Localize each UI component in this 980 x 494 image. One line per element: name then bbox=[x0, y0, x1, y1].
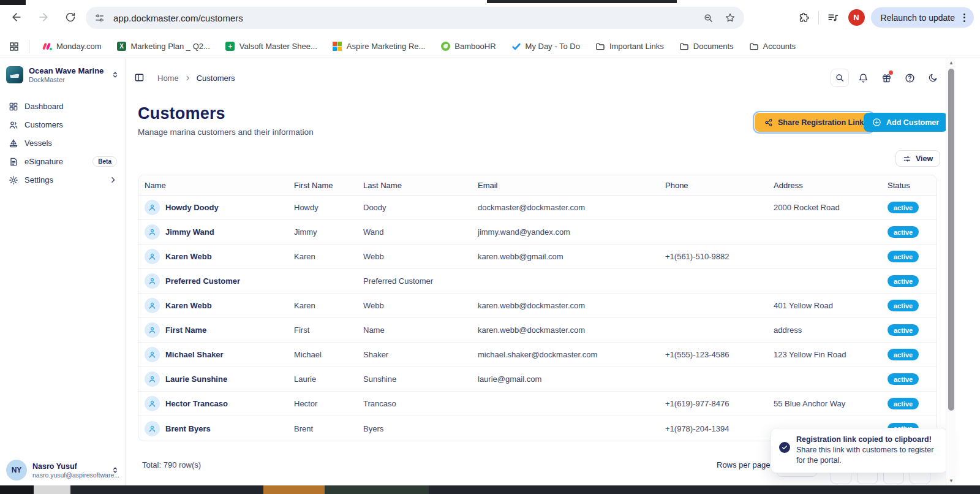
forward-arrow-icon bbox=[37, 11, 50, 23]
table-row[interactable]: Karen WebbKarenWebbkaren.webb@dockmaster… bbox=[138, 294, 937, 318]
extensions-icon[interactable] bbox=[795, 9, 813, 27]
breadcrumb: Home Customers bbox=[157, 74, 235, 83]
relaunch-button[interactable]: Relaunch to update bbox=[871, 7, 974, 28]
sidebar: Ocean Wave Marine DockMaster Dashboard C… bbox=[0, 58, 126, 485]
bookmark-bamboohr[interactable]: BambooHR bbox=[437, 40, 499, 53]
header-actions bbox=[831, 69, 942, 87]
bookmark-accounts[interactable]: Accounts bbox=[745, 40, 799, 53]
bookmark-monday[interactable]: Monday.com bbox=[39, 40, 105, 53]
toast-body: Share this link with customers to regist… bbox=[796, 445, 939, 466]
notifications-button[interactable] bbox=[854, 69, 872, 87]
forward-button[interactable] bbox=[34, 8, 53, 26]
table-row[interactable]: Jimmy WandJimmyWandjimmy.wand@yandex.com… bbox=[138, 220, 937, 245]
table-row[interactable]: Howdy DoodyHowdyDoodydockmaster@dockmast… bbox=[138, 196, 937, 220]
site-settings-icon[interactable] bbox=[94, 13, 105, 23]
cell-email: karen.webb@dockmaster.com bbox=[472, 325, 659, 335]
scrollbar-thumb[interactable] bbox=[948, 69, 954, 411]
apps-grid-icon[interactable] bbox=[9, 41, 20, 52]
reload-icon bbox=[65, 12, 76, 23]
workspace-product: DockMaster bbox=[29, 76, 105, 83]
reload-button[interactable] bbox=[61, 8, 80, 26]
share-registration-link-button[interactable]: Share Registration Link bbox=[755, 113, 873, 132]
status-badge: active bbox=[888, 300, 919, 311]
document-icon bbox=[9, 157, 18, 167]
column-phone[interactable]: Phone bbox=[659, 181, 767, 190]
table-row[interactable]: Hector TrancasoHectorTrancaso+1(619)-977… bbox=[138, 392, 937, 416]
folder-icon bbox=[749, 42, 759, 51]
chevrons-up-down-icon bbox=[111, 466, 119, 474]
bookmark-important-links[interactable]: Important Links bbox=[592, 40, 668, 53]
check-circle-icon bbox=[779, 442, 790, 453]
browser-menu-icon[interactable] bbox=[959, 11, 970, 25]
user-name: Nasro Yusuf bbox=[32, 462, 105, 471]
whats-new-button[interactable] bbox=[877, 69, 895, 87]
user-email: nasro.yusuf@aspiresoftware... bbox=[32, 471, 105, 479]
workspace-switcher[interactable]: Ocean Wave Marine DockMaster bbox=[6, 66, 119, 83]
zoom-icon[interactable] bbox=[703, 13, 714, 23]
url-text[interactable]: app.dockmaster.com/customers bbox=[113, 13, 703, 23]
cell-email: dockmaster@dockmaster.com bbox=[472, 203, 659, 212]
scroll-down-arrow[interactable]: ▼ bbox=[946, 478, 956, 484]
media-controls-icon[interactable] bbox=[824, 9, 842, 27]
table-row[interactable]: Laurie SunshineLaurieSunshinelaurie@gmai… bbox=[138, 367, 937, 392]
total-rows-label: Total: 790 row(s) bbox=[142, 460, 201, 469]
sidebar-item-vessels[interactable]: Vessels bbox=[4, 134, 122, 152]
plus-circle-icon bbox=[872, 118, 881, 127]
cell-email: karen.webb@gmail.com bbox=[472, 252, 659, 261]
column-address[interactable]: Address bbox=[767, 181, 881, 190]
help-button[interactable] bbox=[900, 69, 919, 87]
page-title: Customers bbox=[138, 104, 225, 123]
cell-name: Karen Webb bbox=[138, 298, 288, 313]
column-name[interactable]: Name bbox=[138, 181, 288, 190]
cell-name: Jimmy Wand bbox=[138, 224, 288, 240]
sidebar-item-dashboard[interactable]: Dashboard bbox=[4, 97, 122, 115]
table-row[interactable]: Michael ShakerMichaelShakermichael.shake… bbox=[138, 343, 937, 367]
column-last-name[interactable]: Last Name bbox=[357, 181, 472, 190]
sidebar-toggle-icon[interactable] bbox=[134, 72, 145, 83]
help-icon bbox=[905, 73, 915, 83]
table-row[interactable]: Karen WebbKarenWebbkaren.webb@gmail.com+… bbox=[138, 245, 937, 269]
cell-first-name: Howdy bbox=[288, 203, 357, 212]
sliders-icon bbox=[903, 154, 911, 163]
bookmark-my-day[interactable]: My Day - To Do bbox=[508, 40, 584, 53]
cell-status: active bbox=[881, 300, 937, 311]
microsoft-icon bbox=[333, 42, 342, 51]
scroll-up-arrow[interactable]: ▲ bbox=[946, 60, 956, 66]
cell-email: jimmy.wand@yandex.com bbox=[472, 227, 659, 237]
table-row[interactable]: First NameFirstNamekaren.webb@dockmaster… bbox=[138, 318, 937, 343]
bookmark-star-icon[interactable] bbox=[725, 12, 736, 23]
table-body: Howdy DoodyHowdyDoodydockmaster@dockmast… bbox=[138, 196, 937, 441]
bookmark-documents[interactable]: Documents bbox=[676, 40, 737, 53]
dark-mode-button[interactable] bbox=[924, 69, 942, 87]
person-icon bbox=[145, 396, 160, 411]
check-icon bbox=[511, 42, 521, 51]
person-icon bbox=[145, 421, 160, 436]
bookmark-marketing-plan[interactable]: X Marketing Plan _ Q2... bbox=[113, 40, 213, 53]
table-row[interactable]: Preferred CustomerPreferred Customeracti… bbox=[138, 269, 937, 294]
cell-last-name: Wand bbox=[357, 227, 472, 237]
cell-status: active bbox=[881, 251, 937, 262]
bookmark-valsoft-sheet[interactable]: + Valsoft Master Shee... bbox=[222, 40, 321, 53]
toolbar-divider bbox=[818, 11, 819, 25]
search-button[interactable] bbox=[831, 69, 849, 87]
back-button[interactable] bbox=[7, 8, 26, 26]
person-icon bbox=[145, 224, 160, 240]
sidebar-item-esignature[interactable]: eSignature Beta bbox=[4, 153, 122, 170]
column-email[interactable]: Email bbox=[472, 181, 659, 190]
user-menu[interactable]: NY Nasro Yusuf nasro.yusuf@aspiresoftwar… bbox=[6, 460, 119, 481]
cell-name: Laurie Sunshine bbox=[138, 371, 288, 387]
bookmark-aspire-marketing[interactable]: Aspire Marketing Re... bbox=[329, 40, 429, 53]
column-first-name[interactable]: First Name bbox=[288, 181, 357, 190]
column-status[interactable]: Status bbox=[881, 181, 937, 190]
view-button[interactable]: View bbox=[895, 150, 940, 167]
profile-avatar[interactable]: N bbox=[848, 9, 865, 26]
breadcrumb-current: Customers bbox=[197, 74, 235, 83]
breadcrumb-home[interactable]: Home bbox=[157, 74, 179, 83]
add-customer-button[interactable]: Add Customer bbox=[864, 113, 948, 132]
sidebar-item-settings[interactable]: Settings bbox=[4, 171, 122, 189]
sidebar-item-customers[interactable]: Customers bbox=[4, 116, 122, 134]
address-bar[interactable]: app.dockmaster.com/customers bbox=[86, 7, 744, 29]
cell-phone: +1(619)-977-8476 bbox=[659, 399, 767, 408]
scrollbar[interactable]: ▲ ▼ bbox=[946, 58, 956, 485]
cell-name: Brent Byers bbox=[138, 421, 288, 436]
